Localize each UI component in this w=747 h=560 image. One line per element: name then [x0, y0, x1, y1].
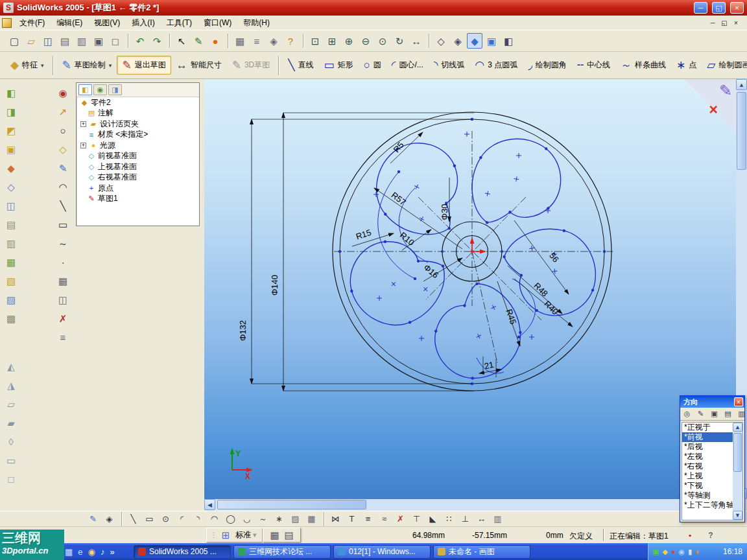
- tangent-arc-icon[interactable]: ◝: [191, 512, 206, 526]
- mirror-icon[interactable]: ⋈: [328, 512, 343, 526]
- save-icon[interactable]: ◫: [40, 33, 56, 49]
- horizontal-scroll-thumb[interactable]: [217, 500, 366, 509]
- tree-item[interactable]: ◇右视基准面: [77, 172, 199, 183]
- reference-axis-icon[interactable]: ◮: [3, 377, 19, 393]
- blade-spline[interactable]: [334, 218, 459, 343]
- blade-spline[interactable]: [466, 132, 567, 235]
- new-document-icon[interactable]: ▢: [6, 33, 22, 49]
- dimension-label[interactable]: Φ16: [422, 262, 441, 280]
- tree-root-item[interactable]: ◆零件2: [77, 97, 199, 108]
- tree-item[interactable]: ▤注解: [77, 108, 199, 119]
- swept-boss-icon[interactable]: ◩: [3, 122, 19, 139]
- align-icon[interactable]: ▥: [490, 512, 505, 526]
- sketch-text-button[interactable]: ▱绘制圆画: [702, 56, 747, 75]
- orientation-item[interactable]: *等轴测: [682, 491, 733, 500]
- show-desktop-icon[interactable]: ▦: [65, 547, 73, 557]
- three-point-arc-icon[interactable]: ◠: [207, 512, 222, 526]
- spline-button[interactable]: ～样条曲线: [615, 56, 671, 75]
- circle-icon[interactable]: ⊙: [158, 512, 173, 526]
- shell-icon[interactable]: ▦: [3, 253, 19, 270]
- orientation-dialog-titlebar[interactable]: 方向 ×: [680, 396, 744, 408]
- preview-window-icon[interactable]: ▥: [736, 408, 747, 419]
- arc-tool-icon[interactable]: ◠: [54, 178, 71, 195]
- tree-item[interactable]: +原点: [77, 183, 199, 194]
- vertical-scroll-thumb[interactable]: [737, 92, 746, 170]
- print-preview-icon[interactable]: ◻: [108, 33, 123, 49]
- curve-tool-icon[interactable]: ▭: [3, 452, 19, 469]
- sketch-fillet-button[interactable]: ◞绘制圆角: [523, 56, 572, 75]
- edit-sketch-indicator-icon[interactable]: ✎: [719, 82, 732, 100]
- appearance-icon[interactable]: ●: [208, 33, 223, 49]
- spline-tool-icon[interactable]: ～: [54, 235, 71, 251]
- tray-icon-1[interactable]: ▣: [652, 548, 659, 556]
- menu-item-0[interactable]: 文件(F): [14, 16, 51, 30]
- trim-tool-icon[interactable]: ✗: [54, 310, 71, 327]
- music-icon[interactable]: ♪: [101, 547, 105, 557]
- grid-dialog-icon[interactable]: ⊞: [219, 529, 232, 541]
- orientation-item[interactable]: *上下二等角轴: [682, 500, 733, 510]
- pattern-feature-icon[interactable]: ▩: [3, 310, 19, 327]
- zoom-fit-icon[interactable]: ⊡: [307, 33, 323, 49]
- scan-equal-icon[interactable]: ◇: [54, 141, 71, 158]
- dropdown-arrow-icon[interactable]: ▾: [109, 62, 112, 69]
- dimension-label[interactable]: 56: [547, 251, 561, 264]
- status-alert-icon[interactable]: ▪: [684, 530, 696, 541]
- blade-spline[interactable]: [361, 129, 482, 248]
- display-relations-icon[interactable]: ○: [54, 122, 71, 139]
- revolve-cut-icon[interactable]: ◇: [3, 178, 19, 195]
- menu-item-4[interactable]: 工具(T): [161, 16, 198, 30]
- open-icon[interactable]: ▱: [23, 33, 39, 49]
- sketch-button[interactable]: ✎草图绘制▾: [57, 56, 117, 75]
- orientation-item[interactable]: *前视: [682, 432, 733, 442]
- extrude-boss-icon[interactable]: ◧: [3, 84, 19, 101]
- features-button[interactable]: ◆特征▾: [5, 56, 49, 75]
- orientation-scroll-thumb[interactable]: [733, 433, 742, 472]
- zoom-out-icon[interactable]: ⊖: [358, 33, 374, 49]
- point-snap-icon[interactable]: ▤: [283, 529, 296, 541]
- centerlines[interactable]: [334, 131, 613, 363]
- taskbar-button-1[interactable]: 三维网技术论坛 ...: [233, 545, 331, 559]
- grid-icon[interactable]: ▦: [304, 512, 319, 526]
- tree-item[interactable]: +▰设计活页夹: [77, 119, 199, 130]
- taskbar-button-3[interactable]: 未命名 - 画图: [433, 545, 530, 559]
- ellipse-icon[interactable]: ◯: [223, 512, 238, 526]
- tangent-arc-button[interactable]: ◝切线弧: [429, 56, 470, 75]
- impeller-blades[interactable]: [334, 129, 601, 392]
- line-icon[interactable]: ╲: [126, 512, 141, 526]
- sketch-edit-icon[interactable]: ✎: [54, 159, 71, 176]
- orientation-item[interactable]: *右视: [682, 461, 733, 471]
- offset-entities-icon[interactable]: ≈: [377, 512, 392, 526]
- featuremanager-tab[interactable]: ◧: [78, 84, 92, 95]
- move-entities-icon[interactable]: ↔: [474, 512, 489, 526]
- menu-item-6[interactable]: 帮助(H): [237, 16, 276, 30]
- tree-expander-icon[interactable]: +: [80, 143, 86, 148]
- tray-icon-6[interactable]: ♦: [695, 548, 699, 556]
- three-point-arc-button[interactable]: ◠3 点圆弧: [469, 56, 523, 75]
- reference-plane-icon[interactable]: ◭: [3, 358, 19, 375]
- equations-icon[interactable]: ≡: [249, 33, 265, 49]
- mirror-tool-icon[interactable]: ◫: [54, 291, 71, 308]
- tree-expander-icon[interactable]: +: [80, 121, 86, 127]
- orientation-item[interactable]: *下视: [682, 481, 733, 491]
- chamfer-feature-icon[interactable]: ▤: [3, 216, 19, 233]
- orientation-item[interactable]: *后视: [682, 442, 733, 452]
- menu-item-5[interactable]: 窗口(W): [198, 16, 237, 30]
- line-button[interactable]: ╲直线: [283, 56, 318, 75]
- sketch-pencil-icon[interactable]: ✎: [191, 33, 206, 49]
- taskbar-button-2[interactable]: 012[1] - Windows...: [333, 545, 431, 559]
- point-button[interactable]: ∗点: [671, 56, 702, 75]
- spline-icon[interactable]: ～: [255, 512, 270, 526]
- taskbar-button-0[interactable]: SolidWorks 2005 ...: [134, 545, 231, 559]
- tree-item[interactable]: ◇前视基准面: [77, 151, 199, 162]
- text-icon[interactable]: T: [344, 512, 359, 526]
- jog-icon[interactable]: ⊥: [458, 512, 473, 526]
- dropdown-arrow-icon[interactable]: ▾: [41, 62, 44, 69]
- tray-icon-4[interactable]: ◉: [679, 548, 685, 556]
- fillet-feature-icon[interactable]: ◫: [3, 197, 19, 214]
- sketch-icon[interactable]: ✎: [86, 512, 101, 526]
- grid-snap-icon[interactable]: ▦: [268, 529, 281, 541]
- trim-icon[interactable]: ✗: [393, 512, 408, 526]
- wireframe-icon[interactable]: ◇: [433, 33, 449, 49]
- orientation-item[interactable]: *正视于: [682, 423, 733, 432]
- parabola-icon[interactable]: ◡: [239, 512, 254, 526]
